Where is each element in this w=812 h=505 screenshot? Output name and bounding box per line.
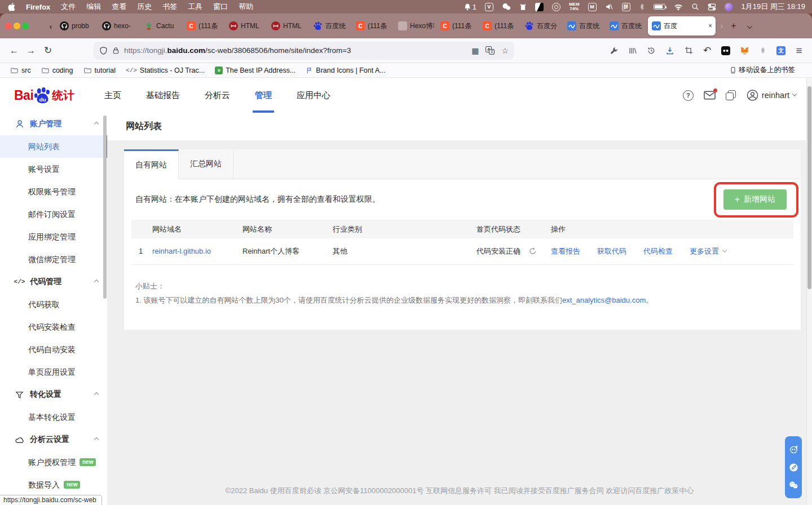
url-bar[interactable]: https://tongji.baidu.com/sc-web/38068506… bbox=[94, 42, 514, 60]
tab-csdn-4[interactable]: (111条 bbox=[479, 16, 521, 36]
site-domain-link[interactable]: reinhart-l.github.io bbox=[152, 247, 211, 255]
view-report-link[interactable]: 查看报告 bbox=[551, 246, 580, 256]
translate-extension-icon[interactable] bbox=[776, 46, 785, 55]
forward-button[interactable] bbox=[23, 46, 39, 56]
contact-email-link[interactable]: ext_analytics@baidu.com bbox=[562, 296, 646, 304]
wechat-contact-icon[interactable] bbox=[788, 481, 798, 490]
new-tab-button[interactable] bbox=[731, 21, 736, 31]
nav-app-center[interactable]: 应用中心 bbox=[284, 78, 343, 113]
bluetooth-icon[interactable] bbox=[639, 3, 645, 11]
sidebar-item-code-auto-install[interactable]: 代码自动安装 bbox=[0, 338, 107, 361]
multi-account-icon[interactable] bbox=[725, 90, 737, 101]
spotlight-search-icon[interactable] bbox=[691, 3, 699, 11]
bookmark-folder-coding[interactable]: coding bbox=[41, 67, 73, 74]
more-settings-dropdown[interactable]: 更多设置 bbox=[690, 246, 726, 256]
tab-html-1[interactable]: HTML bbox=[225, 16, 267, 36]
tab-github-probb[interactable]: probb bbox=[56, 16, 98, 36]
bookmark-statistics[interactable]: </> Statistics - OJ Trac... bbox=[126, 67, 205, 74]
creative-cloud-icon[interactable] bbox=[552, 3, 561, 11]
sidebar-item-account-settings[interactable]: 账号设置 bbox=[0, 158, 107, 180]
tab-cactus[interactable]: Cactu bbox=[140, 16, 183, 36]
history-icon[interactable] bbox=[646, 46, 656, 56]
screenshot-crop-icon[interactable] bbox=[683, 46, 694, 56]
library-icon[interactable] bbox=[628, 46, 638, 56]
downloads-icon[interactable] bbox=[665, 46, 675, 56]
hamburger-menu-icon[interactable] bbox=[794, 46, 804, 56]
pinyin-input-icon[interactable]: 拼 bbox=[622, 3, 630, 11]
sidebar-item-get-code[interactable]: 代码获取 bbox=[0, 293, 107, 316]
sidebar-item-data-import[interactable]: 数据导入new bbox=[0, 473, 107, 496]
wifi-icon[interactable] bbox=[674, 3, 683, 11]
wrench-icon[interactable] bbox=[609, 46, 619, 56]
menu-edit[interactable]: 编辑 bbox=[86, 2, 101, 12]
tab-baidu-tongji-active[interactable]: 百度 bbox=[648, 16, 716, 36]
tab-csdn-2[interactable]: (111条 bbox=[352, 16, 394, 36]
tab-csdn-3[interactable]: (111条 bbox=[436, 16, 479, 36]
help-icon[interactable] bbox=[682, 90, 694, 101]
tab-baidu-tongji-1[interactable]: 百度统 bbox=[310, 16, 352, 36]
tab-csdn-1[interactable]: (111条 bbox=[183, 16, 225, 36]
clipboard-app-icon[interactable]: M bbox=[588, 3, 597, 11]
tab-baidu-tongji-2[interactable]: 百度统 bbox=[563, 16, 606, 36]
notification-bell-icon[interactable]: 1 bbox=[464, 3, 476, 11]
messages-icon[interactable] bbox=[704, 90, 716, 101]
tab-github-hexo[interactable]: hexo- bbox=[98, 16, 140, 36]
cat-app-icon[interactable] bbox=[519, 3, 527, 11]
menubar-clock[interactable]: 1月19日 周三 18:19 bbox=[742, 2, 805, 12]
claw-extension-icon[interactable] bbox=[758, 46, 768, 56]
sidebar-item-email-subscription[interactable]: 邮件订阅设置 bbox=[0, 203, 107, 225]
nav-home[interactable]: 主页 bbox=[92, 78, 134, 113]
tab-scroll-left-icon[interactable] bbox=[46, 21, 56, 31]
sidebar-item-spa-settings[interactable]: 单页应用设置 bbox=[0, 361, 107, 383]
sidebar-item-code-install-check[interactable]: 代码安装检查 bbox=[0, 316, 107, 338]
refresh-status-icon[interactable] bbox=[528, 247, 537, 255]
sidebar-item-wechat-binding[interactable]: 微信绑定管理 bbox=[0, 248, 107, 271]
menu-tools[interactable]: 工具 bbox=[188, 2, 202, 12]
menu-view[interactable]: 查看 bbox=[112, 2, 126, 12]
mute-icon[interactable] bbox=[605, 3, 614, 11]
user-menu[interactable]: reinhart bbox=[747, 90, 796, 101]
control-center-icon[interactable] bbox=[708, 3, 716, 11]
tab-baidu-fenxiang[interactable]: 百度分 bbox=[521, 16, 563, 36]
tab-baidu-tongji-3[interactable]: 百度统 bbox=[606, 16, 648, 36]
menu-history[interactable]: 历史 bbox=[137, 2, 152, 12]
menubar-app-name[interactable]: Firefox bbox=[26, 3, 50, 11]
battery-icon[interactable] bbox=[654, 4, 665, 10]
shield-icon[interactable] bbox=[99, 46, 108, 55]
minimize-window-button[interactable] bbox=[14, 23, 20, 29]
baidu-tongji-logo[interactable]: Bai du 统计 bbox=[0, 87, 90, 104]
list-tabs-icon[interactable] bbox=[748, 21, 752, 31]
mobile-bookmarks[interactable]: 移动设备上的书签 bbox=[730, 65, 795, 75]
tab-html-2[interactable]: HTML bbox=[267, 16, 310, 36]
sidebar-group-account[interactable]: 账户管理 bbox=[0, 113, 107, 135]
qr-code-icon[interactable] bbox=[471, 46, 479, 55]
feedback-smiley-icon[interactable] bbox=[789, 445, 798, 454]
nav-management[interactable]: 管理 bbox=[242, 78, 284, 113]
menu-help[interactable]: 帮助 bbox=[239, 2, 253, 12]
sidebar-scrollbar[interactable] bbox=[103, 116, 107, 299]
tab-aggregated-sites[interactable]: 汇总网站 bbox=[179, 149, 233, 179]
tab-close-icon[interactable] bbox=[707, 22, 713, 30]
wechat-menubar-icon[interactable] bbox=[502, 3, 511, 11]
get-code-link[interactable]: 获取代码 bbox=[597, 246, 626, 256]
url-text[interactable]: https://tongji.baidu.com/sc-web/38068506… bbox=[124, 46, 467, 55]
sidebar-item-account-authorization[interactable]: 账户授权管理new bbox=[0, 451, 107, 473]
code-check-link[interactable]: 代码检查 bbox=[643, 246, 673, 256]
sidebar-group-analytics-cloud[interactable]: 分析云设置 bbox=[0, 428, 107, 451]
bookmark-folder-tutorial[interactable]: tutorial bbox=[83, 67, 116, 74]
bookmark-best-ip[interactable]: The Best IP Address... bbox=[215, 67, 295, 74]
tab-scroll-right-icon[interactable] bbox=[720, 21, 723, 31]
zoom-window-button[interactable] bbox=[22, 23, 29, 29]
menu-file[interactable]: 文件 bbox=[61, 2, 76, 12]
back-button[interactable] bbox=[6, 46, 23, 56]
close-window-button[interactable] bbox=[5, 23, 12, 29]
reload-button[interactable] bbox=[39, 45, 56, 56]
bookmark-folder-src[interactable]: src bbox=[10, 67, 31, 74]
sidebar-group-code[interactable]: </> 代码管理 bbox=[0, 271, 107, 293]
tab-hexo-blog[interactable]: Hexo博客 bbox=[394, 16, 436, 36]
sidebar-item-permission-accounts[interactable]: 权限账号管理 bbox=[0, 180, 107, 203]
page-scrollbar-thumb[interactable] bbox=[807, 86, 811, 289]
bookmark-star-icon[interactable] bbox=[501, 46, 509, 55]
nav-basic-reports[interactable]: 基础报告 bbox=[134, 78, 192, 113]
sidebar-item-app-binding[interactable]: 应用绑定管理 bbox=[0, 225, 107, 248]
